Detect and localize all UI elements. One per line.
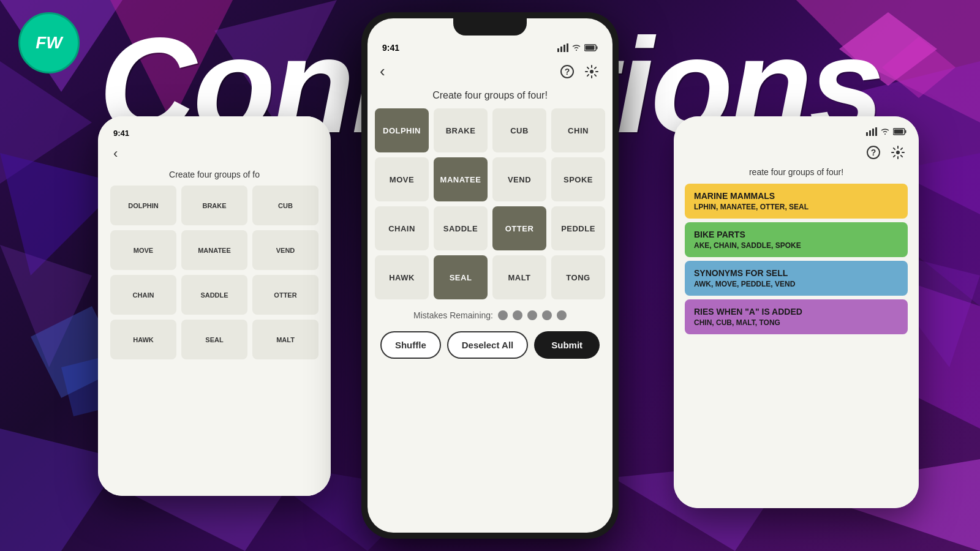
marine-group-title: MARINE MAMMALS: [694, 191, 899, 201]
list-item[interactable]: MOVE: [110, 230, 176, 270]
right-wifi-icon: [880, 128, 890, 135]
phones-container: 9:41 ‹ Create four groups of fo DOLPHIN …: [0, 0, 980, 551]
answer-group-bike: BIKE PARTS AKE, CHAIN, SADDLE, SPOKE: [685, 222, 908, 257]
left-word-grid: DOLPHIN BRAKE CUB MOVE MANATEE VEND CHAI…: [107, 182, 322, 362]
word-tile[interactable]: HAWK: [375, 255, 429, 299]
right-game-title: reate four groups of four!: [680, 164, 913, 180]
list-item[interactable]: MALT: [252, 320, 318, 359]
svg-point-29: [590, 70, 594, 73]
mistake-dot-3: [527, 310, 537, 320]
mistake-dot-5: [557, 310, 567, 320]
svg-rect-31: [869, 130, 871, 136]
svg-text:?: ?: [871, 148, 876, 157]
mistake-dot-4: [542, 310, 552, 320]
settings-button[interactable]: [583, 63, 600, 80]
battery-icon: [584, 44, 598, 51]
deselect-button[interactable]: Deselect All: [447, 331, 529, 359]
svg-rect-32: [872, 129, 874, 136]
svg-rect-35: [905, 130, 907, 133]
fw-logo[interactable]: FW: [18, 12, 80, 73]
help-button[interactable]: ?: [559, 63, 576, 80]
center-game-title: Create four groups of four!: [368, 87, 612, 108]
right-settings-button[interactable]: [889, 144, 907, 161]
answer-group-sell: SYNONYMS FOR SELL AWK, MOVE, PEDDLE, VEN…: [685, 261, 908, 296]
word-tile[interactable]: BRAKE: [434, 108, 488, 152]
added-group-title: RIES WHEN "A" IS ADDED: [694, 307, 899, 317]
list-item[interactable]: MANATEE: [181, 230, 247, 270]
word-tile[interactable]: CHAIN: [375, 206, 429, 250]
list-item[interactable]: DOLPHIN: [110, 186, 176, 225]
right-settings-icon: [891, 145, 905, 160]
svg-rect-26: [586, 46, 595, 50]
word-tile[interactable]: PEDDLE: [551, 206, 605, 250]
svg-rect-21: [560, 47, 562, 52]
center-header: ‹ ?: [368, 56, 612, 87]
left-game-title: Create four groups of fo: [107, 167, 322, 182]
list-item[interactable]: SEAL: [181, 320, 247, 359]
added-group-words: CHIN, CUB, MALT, TONG: [694, 318, 899, 327]
word-tile[interactable]: SPOKE: [551, 157, 605, 201]
phone-right-content: ? reate four groups of four! MARINE MAMM…: [674, 116, 919, 508]
left-status-bar: 9:41: [107, 126, 322, 141]
mistakes-row: Mistakes Remaining:: [368, 299, 612, 331]
word-tile[interactable]: TONG: [551, 255, 605, 299]
svg-point-39: [896, 151, 900, 154]
list-item[interactable]: CUB: [252, 186, 318, 225]
signal-icon: [557, 43, 568, 52]
svg-rect-36: [894, 130, 903, 134]
svg-rect-33: [875, 127, 877, 136]
fw-logo-text: FW: [36, 33, 62, 53]
svg-text:?: ?: [565, 67, 570, 77]
phone-left-content: 9:41 ‹ Create four groups of fo DOLPHIN …: [98, 116, 331, 496]
right-help-icon: ?: [866, 145, 881, 160]
center-time: 9:41: [382, 43, 399, 53]
phone-center: 9:41: [361, 12, 619, 539]
svg-rect-30: [866, 132, 868, 136]
wifi-icon: [571, 44, 581, 51]
left-time: 9:41: [113, 129, 129, 138]
sell-group-words: AWK, MOVE, PEDDLE, VEND: [694, 280, 899, 288]
list-item[interactable]: CHAIN: [110, 275, 176, 315]
list-item[interactable]: HAWK: [110, 320, 176, 359]
submit-button[interactable]: Submit: [534, 331, 600, 359]
word-tile[interactable]: MOVE: [375, 157, 429, 201]
list-item[interactable]: SADDLE: [181, 275, 247, 315]
sell-group-title: SYNONYMS FOR SELL: [694, 268, 899, 278]
answer-group-marine: MARINE MAMMALS LPHIN, MANATEE, OTTER, SE…: [685, 184, 908, 219]
center-word-grid: DOLPHINBRAKECUBCHINMOVEMANATEEVENDSPOKEC…: [368, 108, 612, 299]
phone-left: 9:41 ‹ Create four groups of fo DOLPHIN …: [98, 116, 331, 496]
help-icon: ?: [560, 64, 575, 79]
center-status-icons: [557, 43, 598, 52]
right-help-button[interactable]: ?: [865, 144, 882, 161]
answer-group-added: RIES WHEN "A" IS ADDED CHIN, CUB, MALT, …: [685, 299, 908, 334]
svg-rect-22: [564, 45, 565, 52]
word-tile[interactable]: SADDLE: [434, 206, 488, 250]
svg-rect-20: [557, 48, 559, 52]
bike-group-words: AKE, CHAIN, SADDLE, SPOKE: [694, 241, 899, 250]
word-tile[interactable]: VEND: [492, 157, 546, 201]
mistake-dot-1: [498, 310, 508, 320]
right-header: ?: [680, 141, 913, 164]
word-tile[interactable]: CUB: [492, 108, 546, 152]
list-item[interactable]: VEND: [252, 230, 318, 270]
mistakes-label: Mistakes Remaining:: [413, 310, 493, 320]
list-item[interactable]: BRAKE: [181, 186, 247, 225]
svg-rect-23: [567, 43, 568, 52]
shuffle-button[interactable]: Shuffle: [380, 331, 441, 359]
word-tile[interactable]: OTTER: [492, 206, 546, 250]
phone-right: ? reate four groups of four! MARINE MAMM…: [674, 116, 919, 508]
list-item[interactable]: OTTER: [252, 275, 318, 315]
svg-rect-25: [597, 47, 598, 50]
word-tile[interactable]: SEAL: [434, 255, 488, 299]
right-status-bar: [680, 122, 913, 141]
word-tile[interactable]: MALT: [492, 255, 546, 299]
word-tile[interactable]: CHIN: [551, 108, 605, 152]
word-tile[interactable]: DOLPHIN: [375, 108, 429, 152]
mistake-dot-2: [513, 310, 522, 320]
left-back-button[interactable]: ‹: [113, 146, 118, 162]
word-tile[interactable]: MANATEE: [434, 157, 488, 201]
marine-group-words: LPHIN, MANATEE, OTTER, SEAL: [694, 203, 899, 211]
right-battery-icon: [893, 128, 907, 135]
center-status-bar: 9:41: [368, 36, 612, 56]
center-back-button[interactable]: ‹: [380, 62, 385, 81]
